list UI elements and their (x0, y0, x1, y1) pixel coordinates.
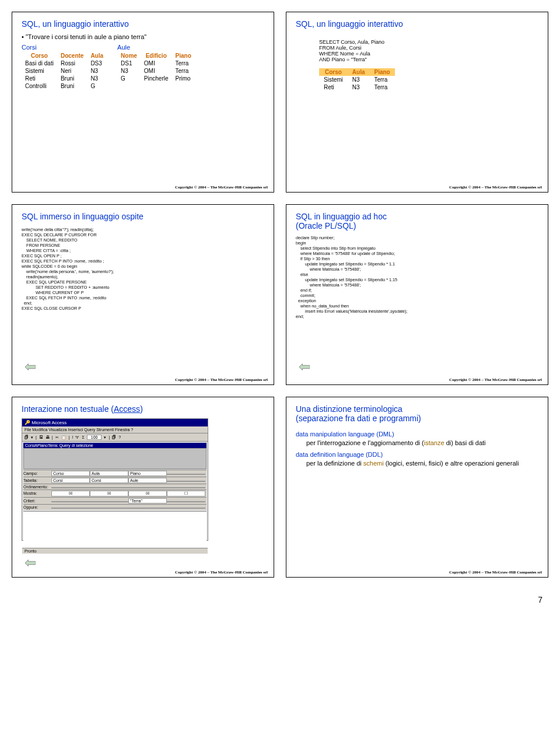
cell[interactable]: Corso (51, 471, 90, 476)
td: Primo (172, 75, 195, 82)
grid-row-ordinamento: Ordinamento: (23, 484, 206, 489)
td: N3 (348, 76, 370, 83)
th: Nome (117, 52, 141, 60)
td: G (87, 82, 107, 90)
grid-row-campo: Campo:CorsoAulaPiano (23, 470, 206, 477)
th: Corso (22, 52, 57, 60)
aule-table: NomeEdificioPiano DS1OMITerra N3OMITerra… (117, 52, 195, 82)
tables-wrap: Corsi CorsoDocenteAula Basi di datiRossi… (22, 44, 264, 90)
cell[interactable] (90, 508, 128, 509)
corsi-name: Corsi (22, 44, 107, 51)
footer: Copyright © 2004 – The McGraw-Hill Compa… (175, 185, 268, 190)
text: (logici, esterni, fisici) e altre operaz… (384, 460, 519, 467)
th: Piano (172, 52, 195, 60)
cell[interactable] (167, 501, 205, 502)
footer: Copyright © 2004 – The McGraw-Hill Compa… (175, 570, 268, 575)
label: Ordinamento: (23, 485, 51, 489)
td: OMI (141, 60, 172, 67)
access-screenshot: 🔑 Microsoft Access File Modifica Visuali… (22, 418, 208, 541)
host-code: write('nome della citta''?'); readln(cit… (22, 227, 264, 311)
td: N3 (87, 67, 107, 75)
cell[interactable] (167, 508, 205, 509)
slide-title: Una distinzione terminologica (separazio… (296, 404, 538, 423)
slide-1: SQL, un linguaggio interattivo • "Trovar… (12, 12, 274, 193)
grid-row-tabella: Tabella:CorsiCorsiAule (23, 477, 206, 484)
slide-title: SQL, un linguaggio interattivo (296, 19, 538, 29)
slide-title: SQL in linguaggio ad hoc (Oracle PL/SQL) (296, 212, 538, 230)
cell[interactable] (51, 487, 90, 488)
td: Rossi (57, 60, 87, 67)
td: Sistemi (22, 67, 57, 75)
title-pre: Interazione non testuale ( (22, 404, 114, 414)
cell[interactable] (51, 501, 90, 502)
bullet-text: "Trovare i corsi tenuti in aule a piano … (26, 33, 146, 40)
td: Terra (172, 60, 195, 67)
cell[interactable] (90, 487, 128, 488)
cell[interactable] (128, 487, 167, 488)
access-toolbar[interactable]: 🗐▾|🖫🖶|✂📋|!🝖Σ100▾|🗐? (22, 433, 208, 442)
ddl-heading: data definition language (DDL) (296, 450, 538, 459)
td: Reti (22, 75, 57, 82)
checkbox[interactable]: ☒ (128, 491, 167, 496)
svg-marker-0 (25, 364, 36, 370)
access-link[interactable]: Access (114, 404, 140, 414)
cell[interactable]: Piano (128, 471, 167, 476)
cell[interactable] (90, 501, 128, 502)
label: Criteri: (23, 499, 51, 503)
svg-marker-2 (25, 560, 36, 566)
cell[interactable] (128, 508, 167, 509)
aule-name: Aule (117, 44, 195, 51)
checkbox[interactable]: ☒ (90, 491, 128, 496)
th: Edificio (141, 52, 172, 60)
label: Tabella: (23, 478, 51, 482)
grid-row-oppure: Oppure: (23, 504, 206, 510)
cell[interactable]: "Terra" (128, 498, 167, 503)
cell[interactable]: Corsi (90, 478, 128, 483)
aule-block: Aule NomeEdificioPiano DS1OMITerra N3OMI… (117, 44, 195, 90)
td: Bruni (57, 82, 87, 90)
td: Terra (369, 76, 394, 83)
td: Bruni (57, 75, 87, 82)
td: Terra (172, 67, 195, 75)
access-body: CorsiAPianoTerra: Query di selezione Cam… (22, 442, 208, 548)
ddl-desc: per la definizione di schemi (logici, es… (296, 459, 538, 468)
td: Reti (319, 83, 348, 91)
footer: Copyright © 2004 – The McGraw-Hill Compa… (449, 185, 542, 190)
slide-4: SQL in linguaggio ad hoc (Oracle PL/SQL)… (286, 204, 548, 385)
slide-bullet: • "Trovare i corsi tenuti in aule a pian… (22, 33, 264, 40)
text: di) basi di dati (444, 439, 486, 446)
cell[interactable]: Aule (128, 478, 167, 483)
cell[interactable]: Corsi (51, 478, 90, 483)
cell[interactable] (167, 481, 205, 482)
checkbox[interactable]: ☐ (167, 491, 205, 496)
dml-heading: data manipulation language (DML) (296, 430, 538, 439)
th: Piano (369, 68, 394, 76)
td: N3 (117, 67, 141, 75)
th: Aula (348, 68, 370, 76)
svg-marker-1 (299, 364, 310, 370)
result-wrap: CorsoAulaPiano SistemiN3Terra RetiN3Terr… (319, 68, 538, 91)
checkbox[interactable]: ☒ (51, 491, 90, 496)
cell[interactable] (167, 474, 205, 475)
td: Neri (57, 67, 87, 75)
cell[interactable]: Aula (90, 471, 128, 476)
slide-title: SQL immerso in linguaggio ospite (22, 212, 264, 221)
td: N3 (87, 75, 107, 82)
highlight: istanze (424, 439, 444, 446)
label: Campo: (23, 471, 51, 475)
td: Controlli (22, 82, 57, 90)
corsi-block: Corsi CorsoDocenteAula Basi di datiRossi… (22, 44, 107, 90)
footer: Copyright © 2004 – The McGraw-Hill Compa… (449, 570, 542, 575)
cell[interactable] (167, 487, 205, 488)
cell[interactable] (51, 508, 90, 509)
td: Terra (369, 83, 394, 91)
td: DS1 (117, 60, 141, 67)
page-number: 7 (12, 595, 548, 604)
definition-list: data manipulation language (DML) per l'i… (296, 430, 538, 468)
text: per la definizione di (306, 460, 363, 467)
back-arrow-icon[interactable] (25, 363, 36, 370)
back-arrow-icon[interactable] (25, 559, 36, 566)
back-arrow-icon[interactable] (299, 363, 310, 370)
access-menu[interactable]: File Modifica Visualizza Inserisci Query… (22, 426, 208, 433)
th: Aula (87, 52, 107, 60)
